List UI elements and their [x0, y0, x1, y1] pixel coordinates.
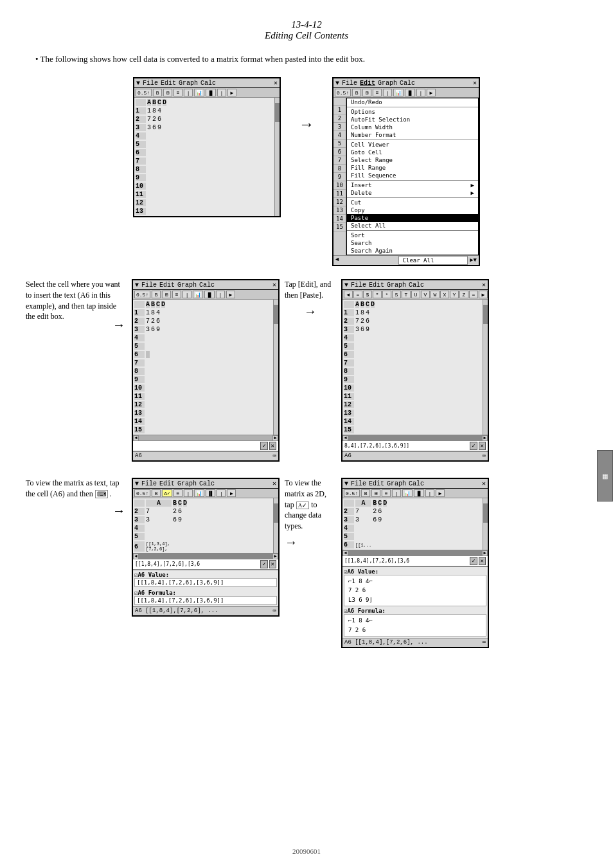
scroll-thumb[interactable] — [274, 305, 278, 324]
menu-file[interactable]: File — [141, 282, 157, 289]
check-btn[interactable]: ✓ — [470, 442, 477, 450]
menu-file[interactable]: File — [143, 80, 158, 87]
menu-item-cut[interactable]: Cut — [347, 199, 478, 206]
btn9[interactable]: V — [421, 291, 430, 298]
menu-file[interactable]: File — [351, 282, 366, 289]
scroll-thumb[interactable] — [483, 305, 488, 324]
col-b[interactable]: B — [360, 301, 364, 308]
col-c[interactable]: C — [157, 99, 161, 106]
table-row[interactable]: 5 — [344, 533, 387, 540]
menu-edit[interactable]: Edit — [161, 80, 176, 87]
menu-file[interactable]: File — [342, 80, 357, 87]
btn11[interactable]: X — [440, 291, 449, 298]
table-row[interactable]: 11 — [344, 393, 375, 400]
menu-graph[interactable]: Graph — [177, 282, 197, 289]
bar-btn[interactable]: ▐▌ — [206, 89, 216, 96]
format-btn[interactable]: ≡ — [173, 489, 182, 497]
check-btn[interactable]: ✓ — [470, 557, 477, 565]
table-row[interactable]: 15 — [134, 426, 165, 433]
scroll-left[interactable]: ◄ — [133, 554, 139, 559]
menu-calc[interactable]: Calc — [200, 80, 216, 87]
cancel-btn[interactable]: ✕ — [479, 442, 486, 450]
menu-item-undo[interactable]: Undo/Redo — [347, 98, 478, 106]
cancel-btn[interactable]: ✕ — [269, 560, 276, 568]
graph-btn[interactable]: 📊 — [194, 89, 204, 96]
table-row[interactable]: 2726 — [344, 318, 375, 325]
scroll-right[interactable]: ▶ — [482, 550, 488, 556]
table-row[interactable]: 8 — [136, 166, 166, 173]
bold-btn[interactable]: B — [153, 89, 162, 96]
scroll-track[interactable] — [139, 435, 272, 440]
col-a[interactable]: A — [147, 99, 151, 106]
editbox4[interactable]: 8,4],[7,2,6],[3,6,9]] ✓ ✕ — [342, 440, 488, 451]
col-d[interactable]: D — [371, 301, 375, 308]
menu-graph[interactable]: Graph — [387, 282, 406, 289]
table-row[interactable]: 6[[1,3,4],[7,2,6], — [134, 541, 187, 552]
table-row[interactable]: 3369 — [136, 124, 166, 131]
menu-edit[interactable]: Edit — [159, 282, 175, 289]
graph-btn[interactable]: 📊 — [393, 89, 404, 96]
scroll-thumb[interactable] — [274, 503, 278, 523]
nav-right[interactable]: ▶▼ — [468, 256, 479, 265]
menu-item-sort[interactable]: Sort — [347, 231, 478, 239]
table-row[interactable]: 9 — [136, 174, 166, 181]
table-row[interactable]: 4 — [344, 525, 387, 532]
col-d[interactable]: D — [383, 500, 387, 507]
menu-graph[interactable]: Graph — [177, 480, 197, 487]
btn8[interactable]: U — [411, 291, 420, 298]
menu-item-paste[interactable]: Paste — [347, 214, 478, 222]
menu-calc[interactable]: Calc — [199, 282, 215, 289]
col-a[interactable]: A — [146, 500, 172, 507]
btn10[interactable]: W — [431, 291, 440, 298]
bottom-scroll3[interactable]: ◄ ▶ — [133, 435, 278, 440]
mode-btn[interactable]: 0.5↑ — [134, 291, 150, 298]
menu-file[interactable]: File — [351, 480, 366, 487]
vertical-scrollbar5[interactable] — [273, 498, 278, 553]
bold-btn[interactable]: B — [361, 489, 370, 497]
vertical-scrollbar6[interactable] — [483, 498, 488, 550]
btn12[interactable]: Y — [450, 291, 459, 298]
table-row[interactable]: 1184 — [134, 309, 165, 316]
table-row[interactable]: 4 — [136, 132, 166, 140]
bar-btn[interactable]: ▐▌ — [204, 291, 215, 298]
table-row[interactable]: 7 — [134, 359, 165, 366]
menu-item-fillrange[interactable]: Fill Range — [347, 164, 478, 172]
format-btn[interactable]: ⊞ — [162, 291, 171, 298]
table-row[interactable]: 10 — [344, 384, 375, 392]
col-a[interactable]: A — [355, 301, 359, 308]
table-row[interactable]: 11 — [134, 393, 165, 400]
col-a[interactable]: A — [146, 301, 150, 308]
bold-btn[interactable]: B — [152, 489, 161, 497]
mode-btn[interactable]: 0.5↑ — [134, 489, 150, 497]
menu-item-numformat[interactable]: Number Format — [347, 131, 478, 139]
col-c[interactable]: C — [378, 500, 382, 507]
table-row[interactable]: 8 — [344, 368, 375, 375]
table-row[interactable]: 8 — [134, 368, 165, 375]
col-b[interactable]: B — [373, 500, 377, 507]
scroll-thumb[interactable] — [275, 103, 280, 122]
table-row[interactable]: 13 — [136, 208, 166, 215]
bar-btn[interactable]: ▐▌ — [206, 489, 216, 497]
btn13[interactable]: Z — [459, 291, 468, 298]
menu-item-insert[interactable]: Insert▶ — [347, 181, 478, 189]
scroll-left[interactable]: ◄ — [342, 435, 348, 441]
menu-calc[interactable]: Calc — [199, 480, 215, 487]
menu-graph[interactable]: Graph — [378, 80, 397, 87]
table-row[interactable]: 2726 — [134, 318, 165, 325]
table-row[interactable]: 7 — [136, 158, 166, 165]
bottom-scroll6[interactable]: ◄ ▶ — [342, 550, 488, 556]
menu-item-options[interactable]: Options — [347, 108, 478, 116]
align-btn[interactable]: ≡ — [373, 89, 382, 96]
scroll-thumb[interactable] — [483, 503, 488, 523]
scroll-left[interactable]: ◄ — [342, 550, 348, 556]
table-row[interactable]: 12 — [136, 199, 166, 206]
table-row[interactable]: 4 — [134, 525, 187, 532]
menu-item-search[interactable]: Search — [347, 239, 478, 247]
vertical-scrollbar3[interactable] — [273, 300, 278, 435]
col-a[interactable]: A — [355, 500, 371, 507]
align-btn[interactable]: ≡ — [382, 489, 391, 497]
menu-file[interactable]: File — [141, 480, 157, 487]
table-row[interactable]: 6 — [136, 149, 166, 156]
table-row[interactable]: 5 — [136, 141, 166, 148]
table-row[interactable]: 13 — [344, 410, 375, 417]
